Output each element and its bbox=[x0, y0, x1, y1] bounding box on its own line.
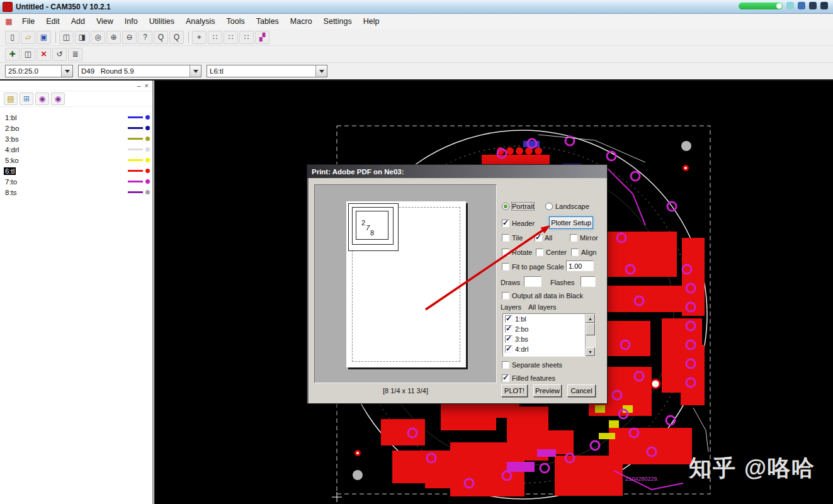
plot-button[interactable]: PLOT! bbox=[501, 384, 528, 397]
rotate-label[interactable]: Rotate bbox=[512, 249, 532, 256]
dialog-title-bar[interactable]: Print: Adobe PDF on Ne03: bbox=[307, 165, 607, 178]
portrait-label[interactable]: Portrait bbox=[512, 203, 534, 210]
filled-features-label[interactable]: Filled features bbox=[512, 374, 555, 382]
delete-icon[interactable]: ✕ bbox=[37, 48, 51, 61]
rotate-checkbox[interactable] bbox=[502, 249, 509, 256]
layer-item-checkbox[interactable] bbox=[505, 345, 513, 353]
menu-macro[interactable]: Macro bbox=[285, 15, 318, 28]
layer-color-dot[interactable] bbox=[145, 147, 150, 152]
menu-edit[interactable]: Edit bbox=[40, 15, 65, 28]
layer-name[interactable]: 1:bl bbox=[4, 114, 18, 121]
layer-view-icon-2[interactable]: ◉ bbox=[51, 92, 65, 105]
layer-view-icon-1[interactable]: ◉ bbox=[35, 92, 49, 105]
new-file-icon[interactable]: ▯ bbox=[5, 31, 20, 44]
layer-color-dot[interactable] bbox=[145, 137, 150, 141]
layer-color-dot[interactable] bbox=[145, 179, 150, 184]
align-label[interactable]: Align bbox=[581, 249, 596, 256]
slider-knob[interactable] bbox=[776, 3, 782, 9]
menu-analysis[interactable]: Analysis bbox=[180, 15, 221, 28]
layer-row-1bl[interactable]: 1:bl bbox=[0, 112, 152, 123]
output-black-checkbox[interactable] bbox=[502, 292, 509, 300]
panel-close-button[interactable]: × bbox=[145, 82, 149, 89]
scale-input[interactable] bbox=[566, 260, 594, 271]
active-layer-combo[interactable]: L6:tl bbox=[207, 65, 327, 77]
paste-view-icon[interactable]: ◨ bbox=[75, 31, 89, 44]
layer-list-item[interactable]: 2:bo bbox=[503, 324, 595, 334]
tile-label[interactable]: Tile bbox=[512, 234, 523, 242]
layer-color-dot[interactable] bbox=[145, 190, 150, 194]
zoom-in-icon[interactable]: ⊕ bbox=[106, 31, 121, 44]
grid-dots-icon-3[interactable]: ∷ bbox=[239, 31, 254, 44]
layer-item-label[interactable]: 3:bs bbox=[515, 335, 528, 343]
layer-color-dash[interactable] bbox=[128, 191, 143, 193]
separate-sheets-label[interactable]: Separate sheets bbox=[512, 361, 562, 369]
scroll-down-icon[interactable]: ▼ bbox=[586, 347, 595, 356]
header-label[interactable]: Header bbox=[512, 220, 535, 227]
all-layers-value[interactable]: All layers bbox=[528, 303, 557, 311]
menu-settings[interactable]: Settings bbox=[318, 15, 358, 28]
layer-color-dash[interactable] bbox=[128, 148, 143, 150]
scroll-thumb[interactable] bbox=[586, 323, 595, 335]
copy-view-icon[interactable]: ◫ bbox=[59, 31, 74, 44]
layer-color-dot[interactable] bbox=[145, 169, 150, 173]
capture-slider[interactable] bbox=[739, 3, 783, 9]
mirror-checkbox[interactable] bbox=[570, 234, 577, 242]
layer-name[interactable]: 5:ko bbox=[4, 157, 20, 164]
listbox-scrollbar[interactable]: ▲ ▼ bbox=[585, 314, 595, 356]
center-checkbox[interactable] bbox=[536, 249, 543, 256]
landscape-radio[interactable] bbox=[545, 203, 553, 210]
film-box-alt-icon[interactable]: Q bbox=[169, 31, 184, 44]
menu-tools[interactable]: Tools bbox=[221, 15, 251, 28]
film-box-icon[interactable]: Q bbox=[154, 31, 168, 44]
output-black-label[interactable]: Output all data in Black bbox=[512, 292, 583, 300]
layer-row-2bo[interactable]: 2:bo bbox=[0, 123, 152, 133]
landscape-label[interactable]: Landscape bbox=[555, 203, 589, 210]
menu-utilities[interactable]: Utilities bbox=[144, 15, 180, 28]
menu-app-icon[interactable]: ▦ bbox=[4, 17, 14, 26]
layer-row-3bs[interactable]: 3:bs bbox=[0, 133, 152, 144]
header-checkbox[interactable] bbox=[502, 220, 509, 227]
grid-dots-icon-1[interactable]: ∷ bbox=[208, 31, 222, 44]
layer-color-dash[interactable] bbox=[128, 127, 143, 129]
layer-row-4drl[interactable]: 4:drl bbox=[0, 144, 152, 155]
layer-item-checkbox[interactable] bbox=[505, 335, 513, 343]
layer-name[interactable]: 4:drl bbox=[4, 146, 20, 154]
layer-row-7to[interactable]: 7:to bbox=[0, 176, 152, 187]
cancel-button[interactable]: Cancel bbox=[567, 384, 596, 397]
layer-name[interactable]: 6:tl bbox=[4, 167, 16, 175]
all-checkbox[interactable] bbox=[535, 234, 542, 242]
center-label[interactable]: Center bbox=[546, 249, 567, 256]
flashes-input[interactable] bbox=[581, 276, 596, 287]
capture-icon-1[interactable] bbox=[786, 2, 794, 9]
capture-icon-2[interactable] bbox=[798, 2, 805, 9]
layer-list-item[interactable]: 3:bs bbox=[503, 334, 595, 344]
layer-name[interactable]: 8:ts bbox=[4, 189, 18, 196]
menu-tables[interactable]: Tables bbox=[251, 15, 285, 28]
chevron-down-icon[interactable] bbox=[190, 65, 201, 77]
capture-icon-3[interactable] bbox=[809, 2, 817, 9]
menu-file[interactable]: File bbox=[16, 15, 40, 28]
query-icon[interactable]: ? bbox=[138, 31, 152, 44]
mirror-label[interactable]: Mirror bbox=[580, 234, 598, 242]
color-table-icon[interactable]: ▞ bbox=[255, 31, 269, 44]
layer-color-dot[interactable] bbox=[145, 126, 150, 130]
chevron-down-icon[interactable] bbox=[315, 65, 327, 77]
all-label[interactable]: All bbox=[545, 234, 552, 242]
layer-list-item[interactable]: 4:drl bbox=[503, 344, 595, 354]
capture-icon-4[interactable] bbox=[820, 2, 828, 9]
undo-icon[interactable]: ↺ bbox=[52, 48, 67, 61]
copy-icon[interactable]: ◫ bbox=[21, 48, 35, 61]
film-table-icon[interactable]: ▤ bbox=[4, 92, 18, 105]
grid-combo[interactable]: 25.0:25.0 bbox=[5, 65, 73, 77]
redraw-icon[interactable]: ◎ bbox=[91, 31, 105, 44]
menu-view[interactable]: View bbox=[91, 15, 119, 28]
layer-stack-icon[interactable]: ≣ bbox=[68, 48, 82, 61]
align-checkbox[interactable] bbox=[571, 249, 579, 256]
grid-dots-icon-2[interactable]: ∷ bbox=[224, 31, 238, 44]
layer-row-5ko[interactable]: 5:ko bbox=[0, 155, 152, 165]
separate-sheets-checkbox[interactable] bbox=[502, 361, 509, 369]
scroll-up-icon[interactable]: ▲ bbox=[586, 314, 595, 323]
layer-listbox[interactable]: 1:bl 2:bo 3:bs 4:drl ▲ ▼ bbox=[502, 313, 596, 357]
panel-minimize-button[interactable]: – bbox=[137, 82, 140, 89]
layer-color-dash[interactable] bbox=[128, 159, 143, 161]
